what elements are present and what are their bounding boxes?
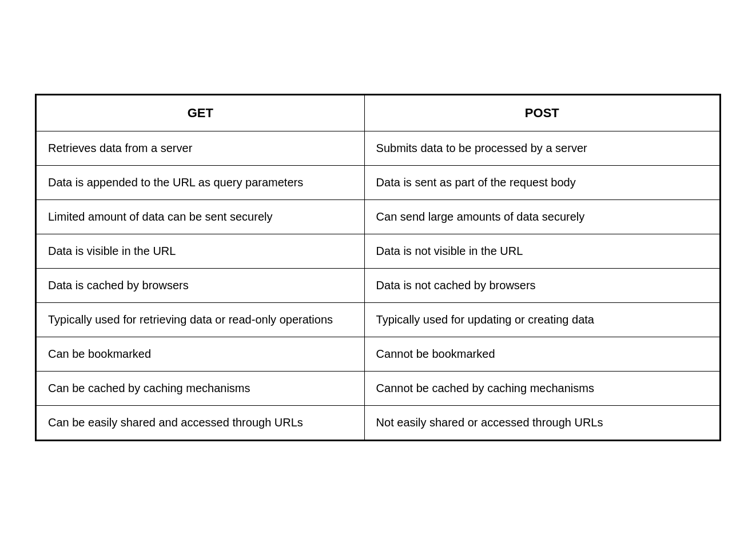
table-cell-get-3: Data is visible in the URL — [37, 234, 365, 269]
table-cell-get-5: Typically used for retrieving data or re… — [37, 303, 365, 337]
comparison-table-wrapper: GET POST Retrieves data from a serverSub… — [35, 94, 721, 441]
table-row: Retrieves data from a serverSubmits data… — [37, 131, 720, 166]
table-row: Can be cached by caching mechanismsCanno… — [37, 372, 720, 406]
table-row: Can be easily shared and accessed throug… — [37, 406, 720, 440]
table-row: Typically used for retrieving data or re… — [37, 303, 720, 337]
table-cell-post-5: Typically used for updating or creating … — [364, 303, 719, 337]
table-cell-post-4: Data is not cached by browsers — [364, 269, 719, 303]
table-cell-get-0: Retrieves data from a server — [37, 131, 365, 166]
table-cell-post-2: Can send large amounts of data securely — [364, 200, 719, 234]
table-row: Data is appended to the URL as query par… — [37, 166, 720, 200]
table-row: Data is cached by browsersData is not ca… — [37, 269, 720, 303]
table-cell-get-8: Can be easily shared and accessed throug… — [37, 406, 365, 440]
table-cell-post-0: Submits data to be processed by a server — [364, 131, 719, 166]
table-cell-get-2: Limited amount of data can be sent secur… — [37, 200, 365, 234]
get-column-header: GET — [37, 95, 365, 131]
table-cell-post-8: Not easily shared or accessed through UR… — [364, 406, 719, 440]
table-row: Data is visible in the URLData is not vi… — [37, 234, 720, 269]
post-column-header: POST — [364, 95, 719, 131]
table-cell-post-1: Data is sent as part of the request body — [364, 166, 719, 200]
table-cell-post-3: Data is not visible in the URL — [364, 234, 719, 269]
table-cell-post-6: Cannot be bookmarked — [364, 337, 719, 372]
table-cell-get-6: Can be bookmarked — [37, 337, 365, 372]
table-row: Limited amount of data can be sent secur… — [37, 200, 720, 234]
table-cell-get-1: Data is appended to the URL as query par… — [37, 166, 365, 200]
table-cell-get-7: Can be cached by caching mechanisms — [37, 372, 365, 406]
table-header-row: GET POST — [37, 95, 720, 131]
table-cell-post-7: Cannot be cached by caching mechanisms — [364, 372, 719, 406]
get-post-comparison-table: GET POST Retrieves data from a serverSub… — [36, 95, 720, 440]
table-row: Can be bookmarkedCannot be bookmarked — [37, 337, 720, 372]
table-cell-get-4: Data is cached by browsers — [37, 269, 365, 303]
